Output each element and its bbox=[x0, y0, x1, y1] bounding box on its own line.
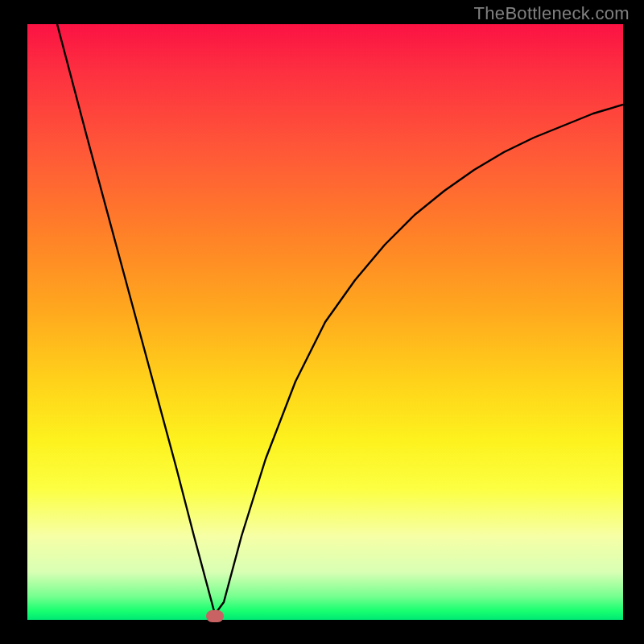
watermark-text: TheBottleneck.com bbox=[474, 3, 630, 24]
bottleneck-curve bbox=[57, 24, 623, 614]
plot-area bbox=[27, 24, 623, 620]
curve-svg bbox=[27, 24, 623, 620]
optimum-marker bbox=[206, 610, 224, 622]
